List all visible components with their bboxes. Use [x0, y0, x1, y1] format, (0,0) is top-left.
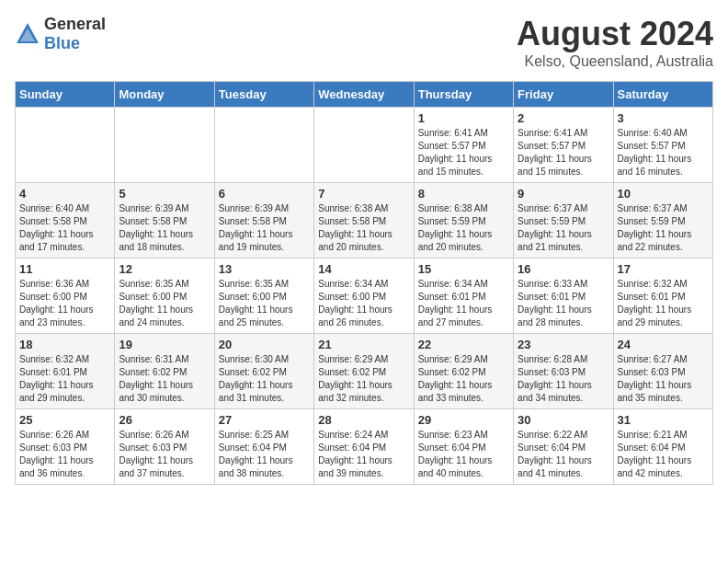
calendar-cell: 22Sunrise: 6:29 AMSunset: 6:02 PMDayligh…: [414, 334, 513, 409]
day-info: Sunrise: 6:32 AMSunset: 6:01 PMDaylight:…: [19, 353, 110, 405]
week-row-1: 1Sunrise: 6:41 AMSunset: 5:57 PMDaylight…: [16, 108, 713, 183]
day-info: Sunrise: 6:34 AMSunset: 6:00 PMDaylight:…: [318, 278, 409, 329]
day-info: Sunrise: 6:28 AMSunset: 6:03 PMDaylight:…: [518, 353, 609, 405]
day-number: 21: [318, 338, 409, 351]
calendar-cell: 15Sunrise: 6:34 AMSunset: 6:01 PMDayligh…: [414, 259, 513, 334]
day-info: Sunrise: 6:35 AMSunset: 6:00 PMDaylight:…: [119, 278, 210, 329]
day-info: Sunrise: 6:37 AMSunset: 5:59 PMDaylight:…: [618, 202, 709, 254]
calendar-cell: 1Sunrise: 6:41 AMSunset: 5:57 PMDaylight…: [414, 108, 513, 183]
day-number: 11: [19, 262, 110, 276]
day-info: Sunrise: 6:39 AMSunset: 5:58 PMDaylight:…: [119, 202, 210, 254]
day-header-monday: Monday: [115, 82, 214, 108]
calendar-cell: 2Sunrise: 6:41 AMSunset: 5:57 PMDaylight…: [514, 108, 613, 183]
calendar-cell: 13Sunrise: 6:35 AMSunset: 6:00 PMDayligh…: [214, 259, 313, 334]
day-info: Sunrise: 6:35 AMSunset: 6:00 PMDaylight:…: [219, 278, 310, 329]
day-info: Sunrise: 6:41 AMSunset: 5:57 PMDaylight:…: [418, 127, 509, 178]
day-info: Sunrise: 6:26 AMSunset: 6:03 PMDaylight:…: [119, 429, 210, 480]
day-info: Sunrise: 6:22 AMSunset: 6:04 PMDaylight:…: [518, 429, 609, 480]
day-number: 13: [219, 262, 310, 276]
calendar-cell: 23Sunrise: 6:28 AMSunset: 6:03 PMDayligh…: [514, 334, 613, 409]
day-info: Sunrise: 6:31 AMSunset: 6:02 PMDaylight:…: [119, 353, 210, 405]
day-info: Sunrise: 6:29 AMSunset: 6:02 PMDaylight:…: [318, 353, 409, 405]
day-number: 6: [219, 187, 310, 201]
day-number: 30: [518, 413, 609, 427]
day-number: 28: [318, 413, 409, 427]
day-number: 4: [19, 187, 110, 201]
day-info: Sunrise: 6:25 AMSunset: 6:04 PMDaylight:…: [219, 429, 310, 480]
day-header-tuesday: Tuesday: [214, 82, 313, 108]
day-info: Sunrise: 6:37 AMSunset: 5:59 PMDaylight:…: [518, 202, 609, 254]
day-number: 23: [518, 338, 609, 351]
day-info: Sunrise: 6:38 AMSunset: 5:59 PMDaylight:…: [418, 202, 509, 254]
day-info: Sunrise: 6:40 AMSunset: 5:57 PMDaylight:…: [618, 127, 709, 178]
day-number: 19: [119, 338, 210, 351]
calendar-cell: 4Sunrise: 6:40 AMSunset: 5:58 PMDaylight…: [16, 183, 115, 259]
day-number: 29: [418, 413, 509, 427]
day-info: Sunrise: 6:38 AMSunset: 5:58 PMDaylight:…: [318, 202, 409, 254]
day-info: Sunrise: 6:26 AMSunset: 6:03 PMDaylight:…: [19, 429, 110, 480]
calendar-cell: 25Sunrise: 6:26 AMSunset: 6:03 PMDayligh…: [16, 409, 115, 485]
week-row-5: 25Sunrise: 6:26 AMSunset: 6:03 PMDayligh…: [16, 409, 713, 485]
day-info: Sunrise: 6:24 AMSunset: 6:04 PMDaylight:…: [318, 429, 409, 480]
day-info: Sunrise: 6:27 AMSunset: 6:03 PMDaylight:…: [618, 353, 709, 405]
calendar-cell: 30Sunrise: 6:22 AMSunset: 6:04 PMDayligh…: [514, 409, 613, 485]
day-info: Sunrise: 6:39 AMSunset: 5:58 PMDaylight:…: [219, 202, 310, 254]
day-info: Sunrise: 6:32 AMSunset: 6:01 PMDaylight:…: [618, 278, 709, 329]
day-info: Sunrise: 6:33 AMSunset: 6:01 PMDaylight:…: [518, 278, 609, 329]
logo: General Blue: [15, 15, 106, 53]
calendar-cell: 24Sunrise: 6:27 AMSunset: 6:03 PMDayligh…: [613, 334, 712, 409]
day-header-thursday: Thursday: [414, 82, 513, 108]
day-header-friday: Friday: [514, 82, 613, 108]
calendar-cell: 21Sunrise: 6:29 AMSunset: 6:02 PMDayligh…: [314, 334, 414, 409]
calendar-cell: [115, 108, 214, 183]
title-area: August 2024 Kelso, Queensland, Australia: [517, 15, 713, 70]
calendar-cell: 6Sunrise: 6:39 AMSunset: 5:58 PMDaylight…: [214, 183, 313, 259]
day-info: Sunrise: 6:30 AMSunset: 6:02 PMDaylight:…: [219, 353, 310, 405]
day-info: Sunrise: 6:41 AMSunset: 5:57 PMDaylight:…: [518, 127, 609, 178]
day-number: 26: [119, 413, 210, 427]
day-number: 8: [418, 187, 509, 201]
calendar-cell: 7Sunrise: 6:38 AMSunset: 5:58 PMDaylight…: [314, 183, 414, 259]
calendar-cell: 11Sunrise: 6:36 AMSunset: 6:00 PMDayligh…: [16, 259, 115, 334]
day-info: Sunrise: 6:40 AMSunset: 5:58 PMDaylight:…: [19, 202, 110, 254]
day-number: 27: [219, 413, 310, 427]
day-number: 16: [518, 262, 609, 276]
day-number: 1: [418, 111, 509, 125]
day-info: Sunrise: 6:23 AMSunset: 6:04 PMDaylight:…: [418, 429, 509, 480]
calendar-cell: [16, 108, 115, 183]
calendar-cell: 17Sunrise: 6:32 AMSunset: 6:01 PMDayligh…: [613, 259, 712, 334]
logo-general: General: [44, 15, 106, 33]
day-header-sunday: Sunday: [16, 82, 115, 108]
calendar-cell: 29Sunrise: 6:23 AMSunset: 6:04 PMDayligh…: [414, 409, 513, 485]
day-number: 3: [618, 111, 709, 125]
day-info: Sunrise: 6:36 AMSunset: 6:00 PMDaylight:…: [19, 278, 110, 329]
day-header-wednesday: Wednesday: [314, 82, 414, 108]
calendar-cell: 28Sunrise: 6:24 AMSunset: 6:04 PMDayligh…: [314, 409, 414, 485]
calendar-table: SundayMondayTuesdayWednesdayThursdayFrid…: [15, 81, 713, 485]
week-row-4: 18Sunrise: 6:32 AMSunset: 6:01 PMDayligh…: [16, 334, 713, 409]
day-number: 31: [618, 413, 709, 427]
day-number: 25: [19, 413, 110, 427]
calendar-cell: 9Sunrise: 6:37 AMSunset: 5:59 PMDaylight…: [514, 183, 613, 259]
day-number: 15: [418, 262, 509, 276]
days-header-row: SundayMondayTuesdayWednesdayThursdayFrid…: [16, 82, 713, 108]
day-number: 5: [119, 187, 210, 201]
calendar-cell: 20Sunrise: 6:30 AMSunset: 6:02 PMDayligh…: [214, 334, 313, 409]
day-number: 2: [518, 111, 609, 125]
calendar-cell: 31Sunrise: 6:21 AMSunset: 6:04 PMDayligh…: [613, 409, 712, 485]
calendar-cell: 18Sunrise: 6:32 AMSunset: 6:01 PMDayligh…: [16, 334, 115, 409]
day-number: 17: [618, 262, 709, 276]
calendar-cell: 27Sunrise: 6:25 AMSunset: 6:04 PMDayligh…: [214, 409, 313, 485]
calendar-cell: 19Sunrise: 6:31 AMSunset: 6:02 PMDayligh…: [115, 334, 214, 409]
subtitle: Kelso, Queensland, Australia: [517, 53, 713, 70]
header: General Blue August 2024 Kelso, Queensla…: [15, 15, 713, 70]
week-row-3: 11Sunrise: 6:36 AMSunset: 6:00 PMDayligh…: [16, 259, 713, 334]
calendar-cell: [214, 108, 313, 183]
week-row-2: 4Sunrise: 6:40 AMSunset: 5:58 PMDaylight…: [16, 183, 713, 259]
calendar-cell: 16Sunrise: 6:33 AMSunset: 6:01 PMDayligh…: [514, 259, 613, 334]
day-number: 22: [418, 338, 509, 351]
day-number: 18: [19, 338, 110, 351]
calendar-cell: 5Sunrise: 6:39 AMSunset: 5:58 PMDaylight…: [115, 183, 214, 259]
day-number: 20: [219, 338, 310, 351]
main-title: August 2024: [517, 15, 713, 53]
